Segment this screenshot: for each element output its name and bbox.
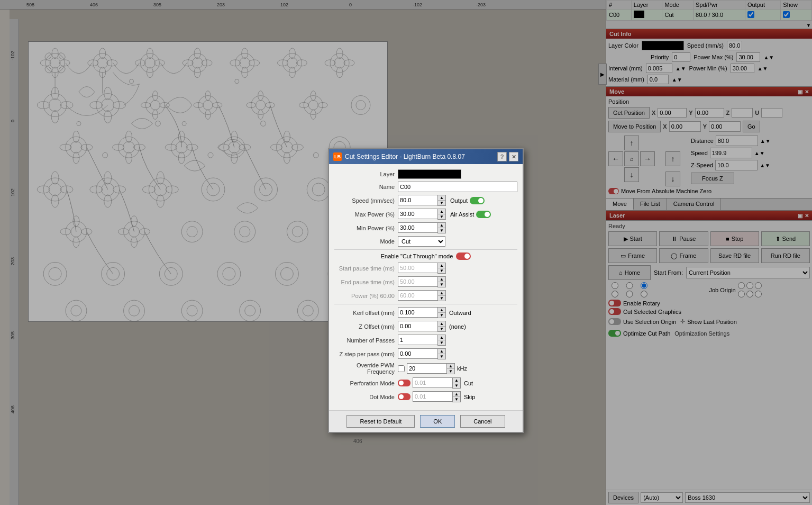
z-step-down[interactable]: ▼ (438, 354, 445, 359)
z-step-spin-btns: ▲ ▼ (437, 348, 446, 359)
perforation-mode-label: Cut (464, 380, 473, 386)
pwm-up[interactable]: ▲ (447, 364, 454, 369)
z-offset-down[interactable]: ▼ (438, 327, 445, 331)
kerf-dir-label: Outward (449, 310, 471, 316)
dialog-layer-row: Layer (334, 169, 517, 179)
z-offset-input[interactable] (398, 321, 437, 331)
passes-down[interactable]: ▼ (438, 340, 445, 345)
dot-mode-down[interactable]: ▼ (453, 397, 460, 402)
min-power-spin-buttons: ▲ ▼ (437, 222, 446, 233)
dialog-sep2 (334, 304, 517, 304)
dialog-help-button[interactable]: ? (497, 152, 507, 161)
end-pause-spin: ▲ ▼ (398, 276, 446, 287)
passes-input[interactable] (398, 335, 437, 345)
end-pause-label: End pause time (ms) (334, 279, 398, 285)
passes-spin: ▲ ▼ (398, 335, 446, 346)
dialog-speed-row: Speed (mm/sec) ▲ ▼ Output (334, 195, 517, 206)
dialog-min-power-label: Min Power (%) (334, 225, 398, 231)
dialog-mode-select[interactable]: Cut (398, 236, 445, 247)
cut-through-label: Enable "Cut Through" mode (381, 253, 453, 259)
kerf-spin: ▲ ▼ (398, 307, 446, 318)
start-pause-label: Start pause time (ms) (334, 265, 398, 272)
z-offset-up[interactable]: ▲ (438, 321, 445, 327)
dialog-close-button[interactable]: ✕ (509, 152, 518, 161)
end-pause-spin-btns: ▲ ▼ (437, 276, 446, 287)
end-pause-down[interactable]: ▼ (438, 282, 445, 287)
power-pct-spin-btns: ▲ ▼ (437, 290, 446, 301)
perforation-spin-btns: ▲ ▼ (452, 377, 461, 389)
power-pct-input[interactable] (398, 290, 437, 301)
air-assist-toggle[interactable] (476, 211, 491, 218)
dot-mode-up[interactable]: ▲ (453, 392, 460, 397)
passes-up[interactable]: ▲ (438, 335, 445, 340)
dot-mode-label: Dot Mode (334, 394, 398, 400)
passes-spin-btns: ▲ ▼ (437, 335, 446, 346)
dialog-window-controls: ? ✕ (497, 152, 518, 161)
pwm-checkbox[interactable] (398, 365, 405, 372)
dialog-pwm-row: Override PWM Frequency ▲ ▼ kHz (334, 362, 517, 375)
dialog-end-pause-row: End pause time (ms) ▲ ▼ (334, 276, 517, 287)
max-power-spin-down[interactable]: ▼ (438, 214, 445, 219)
dialog-passes-row: Number of Passes ▲ ▼ (334, 335, 517, 346)
dialog-mode-label: Mode (334, 238, 398, 245)
air-assist-label: Air Assist (450, 211, 474, 218)
dialog-min-power-spin: ▲ ▼ (398, 222, 446, 233)
min-power-spin-up[interactable]: ▲ (438, 223, 445, 228)
ok-button[interactable]: OK (420, 415, 455, 428)
reset-button[interactable]: Reset to Default (346, 415, 415, 428)
output-label: Output (450, 197, 468, 204)
end-pause-up[interactable]: ▲ (438, 277, 445, 282)
z-offset-spin: ▲ ▼ (398, 321, 446, 332)
dialog-max-power-spin: ▲ ▼ (398, 209, 446, 220)
kerf-up[interactable]: ▲ (438, 308, 445, 313)
dialog-max-power-input[interactable] (398, 209, 437, 219)
pwm-down[interactable]: ▼ (447, 369, 454, 374)
perforation-input[interactable] (413, 377, 452, 388)
dialog-mode-row: Mode Cut (334, 236, 517, 247)
power-pct-label: Power (%) 60.00 (334, 293, 398, 299)
kerf-label: Kerf offset (mm) (334, 310, 398, 316)
dialog-z-offset-row: Z Offset (mm) ▲ ▼ (none) (334, 321, 517, 332)
speed-spin-down[interactable]: ▼ (438, 201, 445, 205)
end-pause-input[interactable] (398, 276, 437, 287)
dot-mode-input[interactable] (413, 391, 452, 402)
power-pct-down[interactable]: ▼ (438, 296, 445, 301)
cancel-button[interactable]: Cancel (460, 415, 505, 428)
z-step-up[interactable]: ▲ (438, 349, 445, 354)
min-power-spin-down[interactable]: ▼ (438, 228, 445, 233)
z-step-label: Z step per pass (mm) (334, 351, 398, 357)
start-pause-up[interactable]: ▲ (438, 263, 445, 268)
max-power-spin-buttons: ▲ ▼ (437, 209, 446, 220)
dialog-cut-through-row: Enable "Cut Through" mode (334, 252, 517, 260)
dialog-power-pct-row: Power (%) 60.00 ▲ ▼ (334, 290, 517, 301)
dialog-start-pause-row: Start pause time (ms) ▲ ▼ (334, 263, 517, 274)
dialog-max-power-row: Max Power (%) ▲ ▼ Air Assist (334, 209, 517, 220)
perforation-up[interactable]: ▲ (453, 378, 460, 383)
dot-mode-toggle[interactable] (398, 393, 410, 400)
z-step-spin: ▲ ▼ (398, 348, 446, 359)
kerf-input[interactable] (398, 307, 437, 318)
perforation-toggle[interactable] (398, 380, 410, 386)
pwm-input[interactable] (407, 363, 446, 374)
perforation-down[interactable]: ▼ (453, 383, 460, 388)
perforation-spin: ▲ ▼ (413, 377, 461, 389)
dot-mode-skip-label: Skip (464, 394, 475, 400)
z-step-input[interactable] (398, 348, 437, 359)
max-power-spin-up[interactable]: ▲ (438, 209, 445, 214)
cut-through-toggle[interactable] (456, 252, 471, 260)
dialog-max-power-label: Max Power (%) (334, 211, 398, 218)
output-toggle[interactable] (470, 197, 485, 204)
start-pause-down[interactable]: ▼ (438, 268, 445, 273)
dialog-speed-input[interactable] (398, 195, 437, 205)
dialog-overlay: LB Cut Settings Editor - LightBurn Beta … (0, 0, 812, 505)
kerf-down[interactable]: ▼ (438, 313, 445, 318)
power-pct-up[interactable]: ▲ (438, 291, 445, 296)
pwm-spin: ▲ ▼ (407, 363, 455, 374)
dialog-min-power-input[interactable] (398, 222, 437, 233)
kerf-spin-btns: ▲ ▼ (437, 307, 446, 318)
dot-mode-spin-btns: ▲ ▼ (452, 391, 461, 402)
speed-spin-up[interactable]: ▲ (438, 195, 445, 201)
dialog-name-input[interactable] (398, 182, 517, 192)
start-pause-input[interactable] (398, 263, 437, 273)
dialog-layer-color (398, 169, 461, 179)
